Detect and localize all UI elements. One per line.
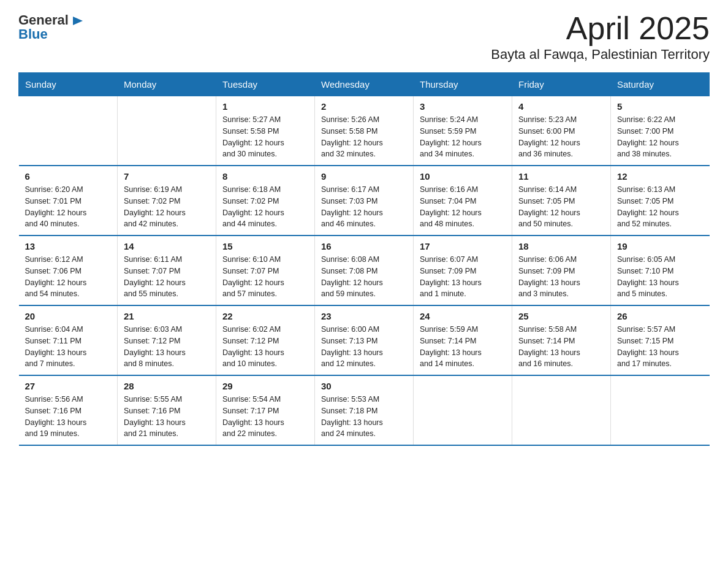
day-info: Sunrise: 6:22 AM Sunset: 7:00 PM Dayligh…	[617, 114, 703, 160]
day-info: Sunrise: 6:16 AM Sunset: 7:04 PM Dayligh…	[420, 184, 506, 230]
logo-general-text: General	[18, 12, 69, 28]
day-info: Sunrise: 5:53 AM Sunset: 7:18 PM Dayligh…	[321, 394, 407, 440]
calendar-week-row: 20Sunrise: 6:04 AM Sunset: 7:11 PM Dayli…	[19, 305, 710, 375]
table-row: 10Sunrise: 6:16 AM Sunset: 7:04 PM Dayli…	[414, 166, 512, 236]
table-row: 24Sunrise: 5:59 AM Sunset: 7:14 PM Dayli…	[414, 305, 512, 375]
table-row: 6Sunrise: 6:20 AM Sunset: 7:01 PM Daylig…	[19, 166, 118, 236]
calendar-week-row: 1Sunrise: 5:27 AM Sunset: 5:58 PM Daylig…	[19, 96, 710, 166]
day-number: 13	[25, 241, 112, 251]
title-block: April 2025 Bayta al Fawqa, Palestinian T…	[491, 12, 710, 63]
day-number: 1	[222, 101, 308, 112]
day-info: Sunrise: 6:14 AM Sunset: 7:05 PM Dayligh…	[518, 184, 604, 230]
page-subtitle: Bayta al Fawqa, Palestinian Territory	[491, 47, 710, 63]
table-row: 3Sunrise: 5:24 AM Sunset: 5:59 PM Daylig…	[414, 96, 512, 166]
calendar-week-row: 27Sunrise: 5:56 AM Sunset: 7:16 PM Dayli…	[19, 375, 710, 445]
day-info: Sunrise: 6:03 AM Sunset: 7:12 PM Dayligh…	[124, 324, 210, 370]
table-row: 16Sunrise: 6:08 AM Sunset: 7:08 PM Dayli…	[315, 236, 414, 305]
table-row	[19, 96, 118, 166]
page-header: General Blue April 2025 Bayta al Fawqa, …	[18, 12, 710, 63]
table-row: 8Sunrise: 6:18 AM Sunset: 7:02 PM Daylig…	[216, 166, 315, 236]
calendar-table: Sunday Monday Tuesday Wednesday Thursday…	[18, 72, 710, 446]
day-number: 9	[321, 171, 407, 182]
svg-marker-0	[73, 17, 83, 25]
day-number: 27	[25, 381, 112, 391]
day-number: 6	[25, 171, 112, 182]
table-row: 15Sunrise: 6:10 AM Sunset: 7:07 PM Dayli…	[216, 236, 315, 305]
day-number: 28	[124, 381, 210, 391]
table-row: 4Sunrise: 5:23 AM Sunset: 6:00 PM Daylig…	[512, 96, 611, 166]
day-number: 7	[124, 171, 210, 182]
day-info: Sunrise: 6:06 AM Sunset: 7:09 PM Dayligh…	[518, 254, 604, 300]
day-info: Sunrise: 6:18 AM Sunset: 7:02 PM Dayligh…	[222, 184, 308, 230]
table-row: 5Sunrise: 6:22 AM Sunset: 7:00 PM Daylig…	[611, 96, 710, 166]
day-info: Sunrise: 5:55 AM Sunset: 7:16 PM Dayligh…	[124, 394, 210, 440]
table-row: 2Sunrise: 5:26 AM Sunset: 5:58 PM Daylig…	[315, 96, 414, 166]
table-row: 12Sunrise: 6:13 AM Sunset: 7:05 PM Dayli…	[611, 166, 710, 236]
day-info: Sunrise: 5:26 AM Sunset: 5:58 PM Dayligh…	[321, 114, 407, 160]
logo-container: General Blue	[18, 12, 84, 42]
page-title: April 2025	[491, 12, 710, 44]
day-number: 15	[222, 241, 308, 251]
day-number: 26	[617, 311, 703, 321]
day-info: Sunrise: 6:13 AM Sunset: 7:05 PM Dayligh…	[617, 184, 703, 230]
calendar-header-row: Sunday Monday Tuesday Wednesday Thursday…	[19, 73, 710, 96]
table-row	[118, 96, 216, 166]
table-row: 30Sunrise: 5:53 AM Sunset: 7:18 PM Dayli…	[315, 375, 414, 445]
col-friday: Friday	[512, 73, 611, 96]
table-row: 17Sunrise: 6:07 AM Sunset: 7:09 PM Dayli…	[414, 236, 512, 305]
day-info: Sunrise: 6:02 AM Sunset: 7:12 PM Dayligh…	[222, 324, 308, 370]
day-info: Sunrise: 6:11 AM Sunset: 7:07 PM Dayligh…	[124, 254, 210, 300]
day-info: Sunrise: 6:08 AM Sunset: 7:08 PM Dayligh…	[321, 254, 407, 300]
table-row: 1Sunrise: 5:27 AM Sunset: 5:58 PM Daylig…	[216, 96, 315, 166]
day-number: 12	[617, 171, 703, 182]
day-info: Sunrise: 5:24 AM Sunset: 5:59 PM Dayligh…	[420, 114, 506, 160]
day-number: 24	[420, 311, 506, 321]
day-info: Sunrise: 6:20 AM Sunset: 7:01 PM Dayligh…	[25, 184, 112, 230]
calendar-week-row: 13Sunrise: 6:12 AM Sunset: 7:06 PM Dayli…	[19, 236, 710, 305]
col-wednesday: Wednesday	[315, 73, 414, 96]
table-row: 20Sunrise: 6:04 AM Sunset: 7:11 PM Dayli…	[19, 305, 118, 375]
day-number: 8	[222, 171, 308, 182]
day-info: Sunrise: 6:19 AM Sunset: 7:02 PM Dayligh…	[124, 184, 210, 230]
day-number: 23	[321, 311, 407, 321]
table-row	[611, 375, 710, 445]
day-number: 16	[321, 241, 407, 251]
day-number: 5	[617, 101, 703, 112]
table-row: 9Sunrise: 6:17 AM Sunset: 7:03 PM Daylig…	[315, 166, 414, 236]
table-row	[512, 375, 611, 445]
table-row: 23Sunrise: 6:00 AM Sunset: 7:13 PM Dayli…	[315, 305, 414, 375]
col-sunday: Sunday	[19, 73, 118, 96]
table-row: 29Sunrise: 5:54 AM Sunset: 7:17 PM Dayli…	[216, 375, 315, 445]
day-info: Sunrise: 5:56 AM Sunset: 7:16 PM Dayligh…	[25, 394, 112, 440]
table-row: 14Sunrise: 6:11 AM Sunset: 7:07 PM Dayli…	[118, 236, 216, 305]
day-info: Sunrise: 6:05 AM Sunset: 7:10 PM Dayligh…	[617, 254, 703, 300]
table-row: 11Sunrise: 6:14 AM Sunset: 7:05 PM Dayli…	[512, 166, 611, 236]
day-number: 18	[518, 241, 604, 251]
day-info: Sunrise: 6:10 AM Sunset: 7:07 PM Dayligh…	[222, 254, 308, 300]
day-info: Sunrise: 5:58 AM Sunset: 7:14 PM Dayligh…	[518, 324, 604, 370]
day-number: 3	[420, 101, 506, 112]
day-info: Sunrise: 5:54 AM Sunset: 7:17 PM Dayligh…	[222, 394, 308, 440]
day-number: 21	[124, 311, 210, 321]
table-row: 28Sunrise: 5:55 AM Sunset: 7:16 PM Dayli…	[118, 375, 216, 445]
logo: General Blue	[18, 12, 84, 42]
day-number: 14	[124, 241, 210, 251]
day-number: 17	[420, 241, 506, 251]
day-info: Sunrise: 5:57 AM Sunset: 7:15 PM Dayligh…	[617, 324, 703, 370]
col-monday: Monday	[118, 73, 216, 96]
table-row: 27Sunrise: 5:56 AM Sunset: 7:16 PM Dayli…	[19, 375, 118, 445]
day-number: 10	[420, 171, 506, 182]
col-saturday: Saturday	[611, 73, 710, 96]
day-info: Sunrise: 5:59 AM Sunset: 7:14 PM Dayligh…	[420, 324, 506, 370]
table-row: 7Sunrise: 6:19 AM Sunset: 7:02 PM Daylig…	[118, 166, 216, 236]
logo-arrow-icon	[70, 14, 84, 28]
day-info: Sunrise: 5:27 AM Sunset: 5:58 PM Dayligh…	[222, 114, 308, 160]
col-tuesday: Tuesday	[216, 73, 315, 96]
table-row: 22Sunrise: 6:02 AM Sunset: 7:12 PM Dayli…	[216, 305, 315, 375]
day-number: 19	[617, 241, 703, 251]
day-number: 20	[25, 311, 112, 321]
table-row	[414, 375, 512, 445]
day-number: 25	[518, 311, 604, 321]
calendar-week-row: 6Sunrise: 6:20 AM Sunset: 7:01 PM Daylig…	[19, 166, 710, 236]
logo-blue-text: Blue	[18, 26, 84, 42]
